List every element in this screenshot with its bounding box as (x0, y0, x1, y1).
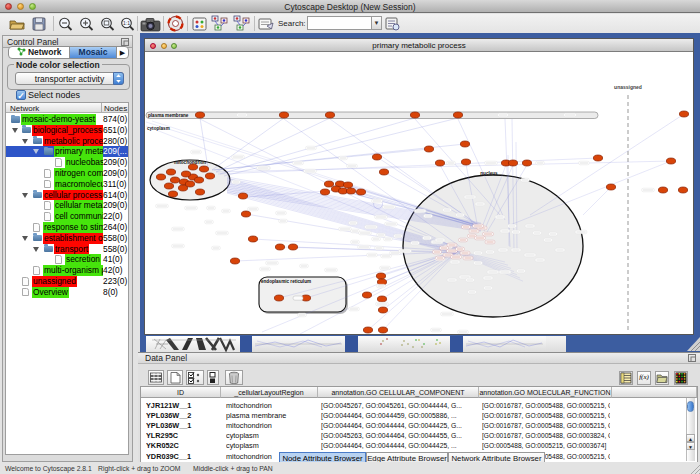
svg-text:endoplasmic reticulum: endoplasmic reticulum (261, 279, 311, 284)
svg-text:plasma membrane: plasma membrane (148, 113, 189, 118)
svg-text:1:1: 1:1 (123, 20, 130, 26)
svg-text:unassigned: unassigned (614, 84, 642, 90)
svg-text:nucleus: nucleus (480, 171, 498, 176)
